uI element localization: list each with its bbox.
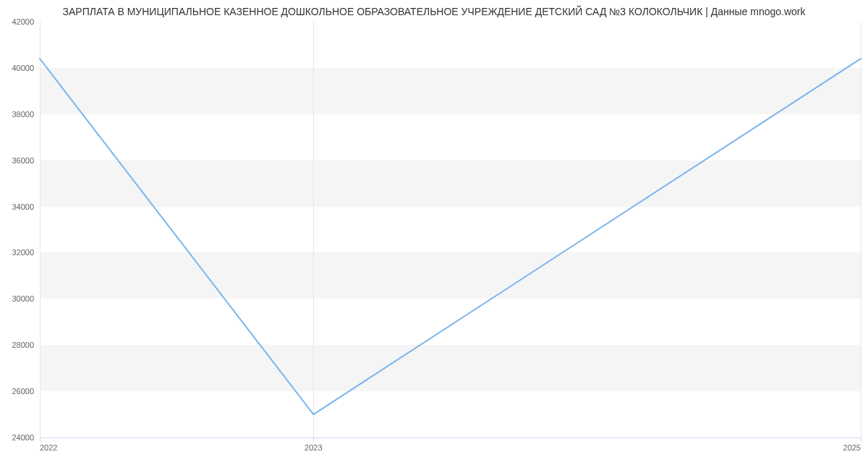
y-tick-label: 38000 [12, 110, 34, 119]
line-layer [40, 22, 861, 437]
x-tick-label: 2023 [305, 443, 322, 452]
x-tick-mark [861, 437, 861, 442]
x-tick-mark [313, 437, 314, 442]
y-tick-label: 34000 [12, 202, 34, 211]
y-tick-label: 30000 [12, 294, 34, 303]
y-tick-label: 28000 [12, 341, 34, 349]
chart-container: ЗАРПЛАТА В МУНИЦИПАЛЬНОЕ КАЗЕННОЕ ДОШКОЛ… [0, 0, 868, 470]
x-tick-label: 2022 [40, 443, 57, 452]
y-tick-label: 24000 [12, 433, 34, 442]
x-axis-line [40, 437, 861, 438]
y-tick-label: 36000 [12, 156, 34, 165]
chart-title: ЗАРПЛАТА В МУНИЦИПАЛЬНОЕ КАЗЕННОЕ ДОШКОЛ… [0, 6, 868, 17]
y-tick-label: 26000 [12, 387, 34, 396]
x-gridline [861, 22, 861, 437]
y-tick-label: 42000 [12, 17, 34, 26]
plot-area: 2400026000280003000032000340003600038000… [40, 22, 861, 437]
y-tick-label: 32000 [12, 248, 34, 257]
y-tick-label: 40000 [12, 64, 34, 72]
series-line [40, 59, 861, 414]
x-tick-label: 2025 [843, 443, 861, 452]
x-tick-mark [40, 437, 41, 442]
